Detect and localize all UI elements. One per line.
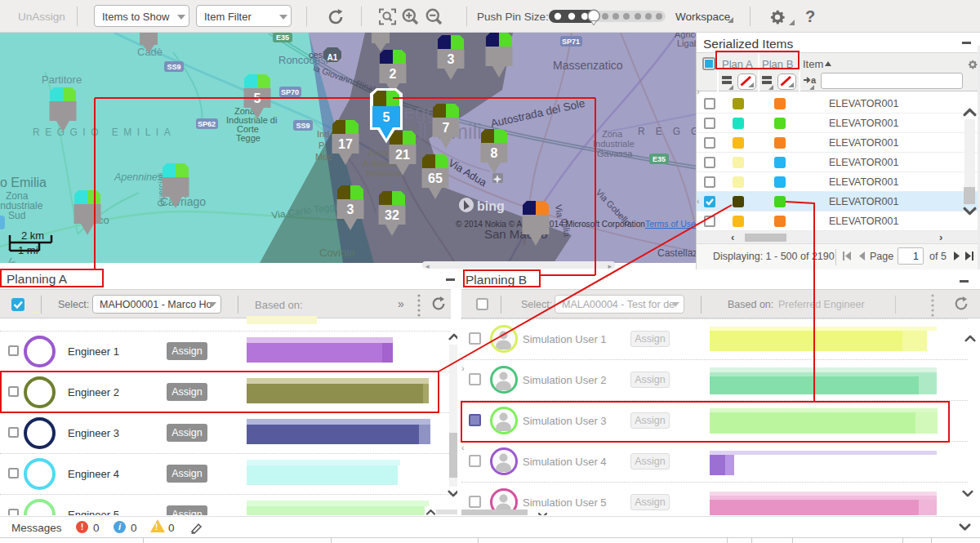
svg-text:Partitore: Partitore xyxy=(42,73,82,86)
svg-text:2 km: 2 km xyxy=(21,229,44,242)
svg-text:7: 7 xyxy=(443,121,450,135)
svg-text:17: 17 xyxy=(338,137,353,151)
svg-text:3: 3 xyxy=(448,52,455,66)
svg-text:Terms of Use: Terms of Use xyxy=(645,219,696,229)
svg-text:21: 21 xyxy=(395,148,410,162)
svg-text:Via: Via xyxy=(554,204,565,219)
svg-text:2: 2 xyxy=(390,67,397,81)
svg-text:Zona: Zona xyxy=(368,148,389,158)
svg-text:SP70: SP70 xyxy=(281,88,299,96)
svg-text:REGGIO EMILIA: REGGIO EMILIA xyxy=(33,127,176,138)
svg-text:P: P xyxy=(318,140,324,150)
svg-text:bing: bing xyxy=(477,199,505,213)
svg-text:Sud: Sud xyxy=(8,210,25,221)
svg-text:SP62: SP62 xyxy=(198,120,216,128)
svg-text:Industriale: Industriale xyxy=(593,139,635,149)
svg-text:8: 8 xyxy=(491,146,498,160)
svg-text:Coviolo: Coviolo xyxy=(319,247,354,259)
svg-text:o Emilia: o Emilia xyxy=(0,176,47,189)
svg-text:32: 32 xyxy=(385,208,399,222)
svg-text:3: 3 xyxy=(347,203,354,216)
svg-text:Castellaz: Castellaz xyxy=(657,247,696,259)
svg-text:Gavassa: Gavassa xyxy=(597,149,633,158)
svg-text:cesi: cesi xyxy=(309,50,325,60)
svg-text:© 2014 Nokia © AND © 2014 Micr: © 2014 Nokia © AND © 2014 Microsoft Corp… xyxy=(456,220,645,229)
svg-text:Ligab: Ligab xyxy=(677,38,696,48)
svg-text:5: 5 xyxy=(383,110,390,124)
svg-text:65: 65 xyxy=(428,171,443,185)
svg-text:Ind: Ind xyxy=(317,129,329,139)
svg-text:E35: E35 xyxy=(653,155,666,163)
svg-text:REGG: REGG xyxy=(638,126,696,137)
svg-text:Zona: Zona xyxy=(602,129,623,139)
svg-text:a: a xyxy=(811,76,817,85)
svg-text:SS9: SS9 xyxy=(296,122,310,130)
svg-text:1 mi: 1 mi xyxy=(18,244,38,256)
svg-text:5: 5 xyxy=(254,91,261,105)
svg-text:Cavriago: Cavriago xyxy=(160,195,206,208)
svg-text:A1: A1 xyxy=(327,53,338,62)
svg-text:Betonica: Betonica xyxy=(366,168,402,178)
svg-text:Tegge: Tegge xyxy=(236,133,261,143)
svg-text:Massenzatico: Massenzatico xyxy=(553,59,623,72)
svg-text:E35: E35 xyxy=(276,33,289,42)
svg-text:SP71: SP71 xyxy=(562,38,580,46)
svg-text:SS9: SS9 xyxy=(167,63,180,71)
svg-text:Moc: Moc xyxy=(315,152,332,162)
